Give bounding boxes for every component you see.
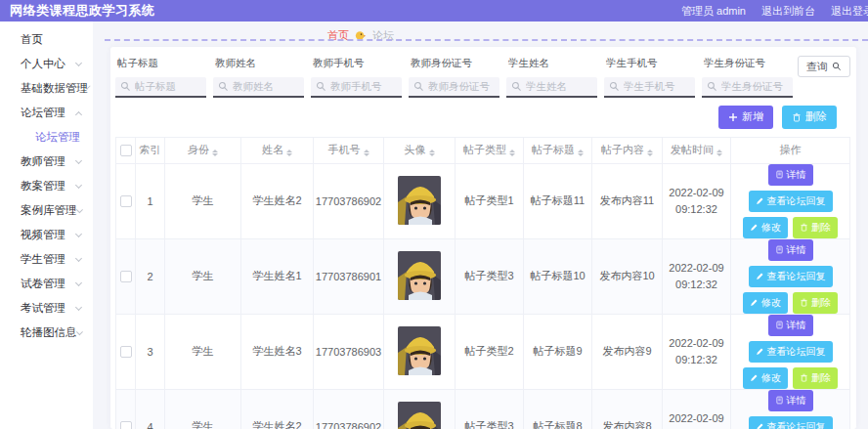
- edit-button[interactable]: 修改: [743, 367, 788, 389]
- cell-post-time: 2022-02-09 09:12:32: [663, 238, 731, 314]
- sidebar-item[interactable]: 首页: [0, 27, 93, 52]
- chevron-icon: [75, 304, 82, 311]
- pencil-icon: [756, 272, 764, 280]
- col-phone[interactable]: 手机号: [314, 137, 384, 163]
- sort-icon: [429, 150, 435, 156]
- view-forum-replies-button[interactable]: 查看论坛回复: [749, 266, 833, 287]
- edit-button[interactable]: 修改: [743, 292, 788, 314]
- filter-field: 学生手机号: [604, 55, 695, 98]
- logout-link[interactable]: 退出登录: [831, 4, 868, 19]
- filter-label: 学生身份证号: [704, 57, 793, 70]
- cell-post-type: 帖子类型3: [456, 389, 524, 429]
- delete-row-button[interactable]: 删除: [793, 292, 838, 314]
- row-checkbox[interactable]: [120, 195, 132, 207]
- filter-field: 教师手机号: [311, 55, 402, 98]
- col-identity[interactable]: 身份: [165, 137, 241, 163]
- sort-icon: [212, 150, 218, 156]
- sidebar-item[interactable]: 基础数据管理: [0, 76, 93, 101]
- trash-icon: [792, 112, 802, 122]
- sort-icon: [647, 150, 653, 156]
- sidebar-item[interactable]: 个人中心: [0, 52, 93, 76]
- col-name[interactable]: 姓名: [241, 137, 314, 163]
- sidebar-item[interactable]: 轮播图信息: [0, 321, 93, 345]
- cell-index: 4: [136, 389, 165, 429]
- filter-label: 学生手机号: [606, 57, 695, 70]
- sidebar-item-label: 案例库管理: [21, 203, 77, 218]
- cell-avatar: [384, 163, 456, 238]
- table-row: 2 学生 学生姓名1 17703786901: [116, 238, 850, 314]
- cell-identity: 学生: [165, 163, 241, 238]
- view-forum-replies-button[interactable]: 查看论坛回复: [749, 416, 833, 429]
- cell-index: 1: [136, 163, 165, 238]
- sidebar-item[interactable]: 论坛管理: [0, 101, 93, 125]
- row-checkbox[interactable]: [120, 271, 132, 282]
- chevron-icon: [75, 60, 82, 66]
- row-checkbox[interactable]: [120, 346, 132, 358]
- col-post-title[interactable]: 帖子标题: [524, 137, 592, 163]
- cell-post-title: 帖子标题8: [524, 389, 592, 429]
- pencil-icon: [750, 223, 759, 232]
- delete-row-button[interactable]: 删除: [793, 217, 838, 238]
- sidebar-item[interactable]: 论坛管理: [0, 125, 93, 150]
- sidebar-item[interactable]: 考试管理: [0, 296, 93, 321]
- search-button[interactable]: 查询: [798, 56, 850, 77]
- search-icon: [511, 81, 522, 92]
- cell-name: 学生姓名2: [241, 389, 314, 429]
- filter-label: 教师身份证号: [411, 57, 499, 70]
- app-window: 网络类课程思政学习系统 管理员 admin 退出到前台 退出登录 首页 个人中心: [0, 0, 868, 429]
- col-post-type[interactable]: 帖子类型: [456, 137, 524, 163]
- sidebar-item[interactable]: 教案管理: [0, 174, 93, 198]
- exit-to-front-link[interactable]: 退出到前台: [761, 4, 815, 19]
- cell-name: 学生姓名2: [241, 163, 314, 238]
- filter-field: 教师姓名: [213, 55, 304, 98]
- sort-icon: [716, 150, 722, 156]
- sidebar-item-label: 论坛管理: [21, 106, 65, 120]
- view-forum-replies-button[interactable]: 查看论坛回复: [749, 341, 833, 363]
- pencil-icon: [756, 196, 764, 205]
- add-button[interactable]: 新增: [718, 106, 773, 129]
- row-checkbox[interactable]: [120, 421, 132, 429]
- select-all-checkbox[interactable]: [120, 145, 132, 156]
- cell-avatar: [384, 389, 456, 429]
- app-title: 网络类课程思政学习系统: [10, 2, 155, 20]
- sidebar-item-label: 试卷管理: [21, 277, 65, 291]
- col-post-content[interactable]: 帖子内容: [592, 137, 663, 163]
- detail-button[interactable]: 详情: [768, 315, 813, 336]
- filter-label: 帖子标题: [117, 57, 206, 70]
- detail-button[interactable]: 详情: [768, 239, 813, 261]
- detail-button[interactable]: 详情: [768, 164, 813, 186]
- sidebar-item-label: 视频管理: [21, 228, 65, 242]
- delete-button[interactable]: 删除: [782, 106, 837, 129]
- filter-bar: 帖子标题 教师姓名: [115, 55, 850, 98]
- view-forum-replies-button[interactable]: 查看论坛回复: [749, 191, 833, 212]
- avatar: [398, 176, 441, 225]
- delete-row-button[interactable]: 删除: [793, 367, 838, 389]
- cell-post-content: 发布内容10: [592, 238, 663, 314]
- pencil-icon: [750, 373, 759, 382]
- trash-icon: [800, 373, 808, 382]
- cell-post-content: 发布内容11: [592, 163, 663, 238]
- sidebar-item[interactable]: 学生管理: [0, 247, 93, 272]
- admin-user-label[interactable]: 管理员 admin: [681, 4, 746, 19]
- sort-icon: [364, 150, 369, 156]
- col-avatar[interactable]: 头像: [384, 137, 456, 163]
- cell-ops: 详情 查看论坛回复: [731, 389, 850, 429]
- sidebar-item-label: 教师管理: [21, 154, 65, 169]
- search-icon: [218, 81, 229, 92]
- col-post-time[interactable]: 发帖时间: [663, 137, 731, 163]
- sidebar-item[interactable]: 视频管理: [0, 223, 93, 247]
- detail-button[interactable]: 详情: [768, 390, 813, 411]
- sidebar-item[interactable]: 案例库管理: [0, 198, 93, 223]
- filter-field: 帖子标题: [115, 55, 206, 98]
- edit-button[interactable]: 修改: [743, 217, 788, 238]
- cell-index: 3: [136, 314, 165, 389]
- filter-field: 教师身份证号: [409, 55, 499, 98]
- document-icon: [775, 396, 784, 405]
- cell-post-type: 帖子类型1: [456, 163, 524, 238]
- sidebar-item[interactable]: 教师管理: [0, 150, 93, 174]
- cell-identity: 学生: [165, 389, 241, 429]
- cell-post-type: 帖子类型3: [456, 238, 524, 314]
- sidebar-item[interactable]: 试卷管理: [0, 272, 93, 296]
- cell-ops: 详情 查看论坛回复: [731, 163, 850, 238]
- table-header-row: 索引 身份 姓名 手机号 头像 帖子类型 帖子标题 帖子内容 发帖时间 操作: [116, 137, 850, 163]
